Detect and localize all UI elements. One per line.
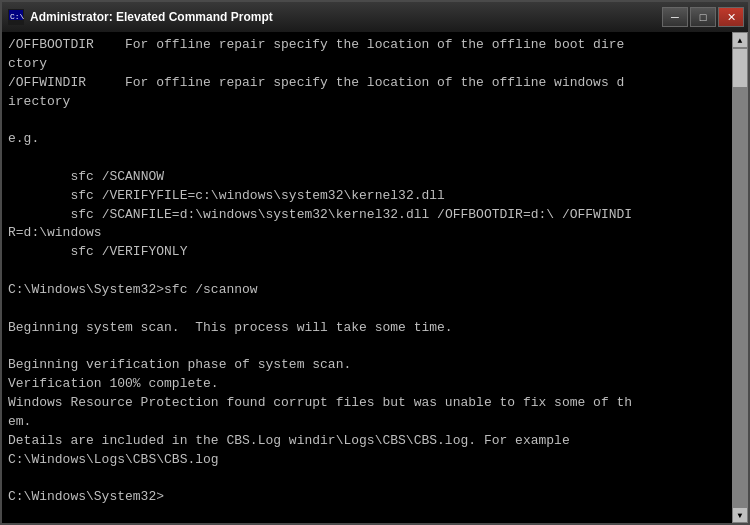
title-bar: C:\ Administrator: Elevated Command Prom… bbox=[2, 2, 748, 32]
close-button[interactable]: ✕ bbox=[718, 7, 744, 27]
maximize-button[interactable]: □ bbox=[690, 7, 716, 27]
scrollbar[interactable]: ▲ ▼ bbox=[732, 32, 748, 523]
title-bar-left: C:\ Administrator: Elevated Command Prom… bbox=[8, 9, 273, 25]
scrollbar-track bbox=[732, 48, 748, 507]
terminal-body: /OFFBOOTDIR For offline repair specify t… bbox=[2, 32, 748, 523]
terminal-content[interactable]: /OFFBOOTDIR For offline repair specify t… bbox=[2, 32, 732, 523]
scroll-down-button[interactable]: ▼ bbox=[732, 507, 748, 523]
minimize-button[interactable]: ─ bbox=[662, 7, 688, 27]
title-buttons: ─ □ ✕ bbox=[662, 7, 744, 27]
svg-text:C:\: C:\ bbox=[10, 12, 24, 21]
scroll-up-button[interactable]: ▲ bbox=[732, 32, 748, 48]
title-text: Administrator: Elevated Command Prompt bbox=[30, 10, 273, 24]
window: C:\ Administrator: Elevated Command Prom… bbox=[0, 0, 750, 525]
cmd-icon: C:\ bbox=[8, 9, 24, 25]
scrollbar-thumb[interactable] bbox=[732, 48, 748, 88]
